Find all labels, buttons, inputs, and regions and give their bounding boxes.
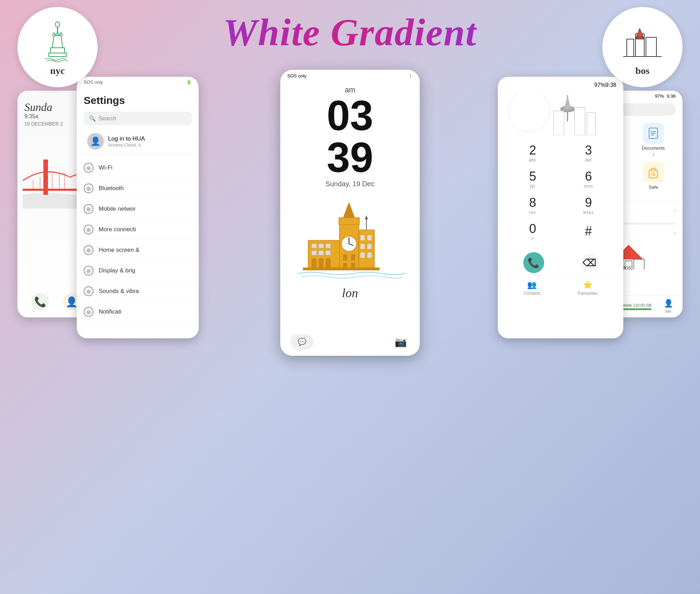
svg-rect-48 bbox=[360, 253, 365, 258]
svg-rect-41 bbox=[319, 251, 324, 255]
dialer-time: 9:38 bbox=[606, 82, 616, 88]
svg-marker-55 bbox=[564, 95, 571, 109]
settings-item-sounds[interactable]: ◎ Sounds & vibra bbox=[77, 281, 199, 302]
me-label: Me bbox=[665, 309, 671, 314]
settings-item-notifications[interactable]: ◎ Notificati bbox=[77, 302, 199, 322]
settings-item-more-connections[interactable]: ◎ More connecti bbox=[77, 219, 199, 240]
phone-container: Sunda 9:35a 19 DECEMBER 2 bbox=[0, 70, 700, 594]
settings-item-display[interactable]: ◎ Display & brig bbox=[77, 261, 199, 281]
contacts-nav[interactable]: 👥 Contacts bbox=[524, 280, 540, 296]
page-title: White Gradient bbox=[223, 10, 477, 55]
center-more-icon[interactable]: ⋮ bbox=[408, 73, 413, 78]
sounds-label: Sounds & vibra bbox=[99, 288, 139, 295]
svg-rect-58 bbox=[554, 111, 564, 135]
svg-marker-31 bbox=[343, 202, 355, 218]
sos-text: SOS only bbox=[84, 80, 103, 85]
phone-settings: SOS only 🔋 Settings 🔍 Search 👤 Log in to… bbox=[77, 77, 199, 338]
svg-rect-52 bbox=[303, 268, 380, 270]
svg-rect-46 bbox=[360, 244, 365, 249]
svg-rect-47 bbox=[367, 244, 372, 249]
files-time: 9:38 bbox=[667, 93, 676, 99]
wifi-label: Wi-Fi bbox=[99, 164, 113, 171]
svg-rect-40 bbox=[312, 251, 317, 255]
mobile-label: Mobile networ bbox=[99, 205, 136, 212]
message-bubble[interactable]: 💬 bbox=[291, 334, 313, 349]
dialer-key-3[interactable]: 3def bbox=[573, 141, 604, 165]
phone-dialer: 97% 9:38 2abc bbox=[498, 77, 623, 338]
bos-circle: bos bbox=[602, 7, 683, 87]
nyc-circle: nyc bbox=[17, 7, 98, 87]
phone-center: SOS only ⋮ am 03 39 Sunday, 19 Dec bbox=[280, 70, 420, 356]
safe-label: Safe bbox=[649, 185, 658, 190]
settings-item-bluetooth[interactable]: ◎ Bluetooth bbox=[77, 178, 199, 199]
svg-rect-38 bbox=[319, 244, 324, 248]
settings-account[interactable]: 👤 Log in to HUA Access Cloud, A bbox=[82, 129, 193, 154]
london-svg bbox=[284, 195, 416, 286]
svg-point-59 bbox=[508, 93, 550, 132]
dialer-grid: 2abc 3def 5jkl 6mno 8tuv 9wxyz bbox=[498, 135, 623, 249]
phone-icon[interactable]: 📞 bbox=[31, 293, 49, 310]
delete-button[interactable]: ⌫ bbox=[581, 254, 598, 271]
svg-point-68 bbox=[652, 173, 655, 175]
account-title: Log in to HUA bbox=[108, 135, 145, 142]
bluetooth-label: Bluetooth bbox=[99, 185, 124, 192]
notifications-label: Notificati bbox=[99, 308, 121, 315]
svg-rect-56 bbox=[575, 107, 585, 135]
contacts-label: Contacts bbox=[524, 291, 540, 296]
dialer-key-6[interactable]: 6mno bbox=[573, 167, 604, 191]
sos-bar: SOS only 🔋 bbox=[77, 77, 199, 88]
seattle-peek bbox=[498, 93, 623, 135]
dialer-key-5[interactable]: 5jkl bbox=[517, 167, 548, 191]
dialer-key-8[interactable]: 8tuv bbox=[517, 193, 548, 217]
svg-rect-44 bbox=[360, 235, 365, 240]
dialer-key-9[interactable]: 9wxyz bbox=[573, 193, 604, 217]
call-button[interactable]: 📞 bbox=[523, 252, 544, 273]
lon-illustration bbox=[280, 191, 420, 289]
svg-rect-49 bbox=[367, 253, 372, 258]
me-nav[interactable]: 👤 Me bbox=[664, 299, 673, 314]
center-status-bar: SOS only ⋮ bbox=[280, 70, 420, 82]
nyc-label: nyc bbox=[50, 65, 65, 76]
clock-display: am 03 39 Sunday, 19 Dec bbox=[280, 82, 420, 191]
dialer-key-hash[interactable]: # bbox=[573, 219, 604, 243]
dialer-status-bar: 97% 9:38 bbox=[498, 77, 623, 93]
dialer-key-2[interactable]: 2abc bbox=[517, 141, 548, 165]
svg-rect-67 bbox=[649, 170, 657, 178]
search-label: Search bbox=[99, 115, 116, 122]
files-battery: 97% bbox=[655, 93, 664, 99]
search-icon: 🔍 bbox=[89, 115, 96, 122]
svg-point-0 bbox=[37, 20, 78, 62]
nyc-illustration bbox=[35, 18, 80, 63]
settings-title: Settings bbox=[77, 88, 199, 110]
settings-item-wifi[interactable]: ◎ Wi-Fi bbox=[77, 158, 199, 178]
clock-date: Sunday, 19 Dec bbox=[287, 180, 413, 188]
dialer-bottom-nav: 👥 Contacts ⭐ Favourites bbox=[498, 275, 623, 301]
svg-point-4 bbox=[622, 20, 663, 62]
account-avatar: 👤 bbox=[87, 133, 104, 150]
safe-file-item[interactable]: Safe bbox=[631, 162, 676, 196]
svg-rect-42 bbox=[326, 251, 330, 255]
favourites-label: Favourites bbox=[578, 291, 598, 296]
safe-icon bbox=[646, 165, 660, 179]
svg-rect-39 bbox=[326, 244, 330, 248]
favourites-nav[interactable]: ⭐ Favourites bbox=[578, 280, 598, 296]
homescreen-label: Home screen & bbox=[99, 247, 139, 254]
bos-label: bos bbox=[636, 65, 649, 76]
title-area: White Gradient bbox=[223, 10, 477, 55]
svg-rect-32 bbox=[343, 254, 347, 261]
svg-rect-71 bbox=[634, 259, 644, 270]
camera-button[interactable]: 📷 bbox=[392, 333, 409, 351]
documents-icon bbox=[646, 126, 660, 140]
settings-item-homescreen[interactable]: ◎ Home screen & bbox=[77, 240, 199, 261]
settings-search-bar[interactable]: 🔍 Search bbox=[84, 112, 192, 125]
documents-label: Documents bbox=[642, 145, 665, 151]
svg-rect-33 bbox=[351, 254, 355, 261]
settings-item-mobile[interactable]: ◎ Mobile networ bbox=[77, 199, 199, 219]
svg-rect-30 bbox=[339, 218, 359, 225]
display-label: Display & brig bbox=[99, 267, 135, 274]
dialer-key-0[interactable]: 0+ bbox=[517, 219, 548, 243]
account-sub: Access Cloud, A bbox=[108, 142, 145, 148]
documents-file-item[interactable]: Documents 1 bbox=[631, 123, 676, 157]
svg-rect-45 bbox=[367, 235, 372, 240]
clock-hour: 03 bbox=[287, 95, 413, 136]
